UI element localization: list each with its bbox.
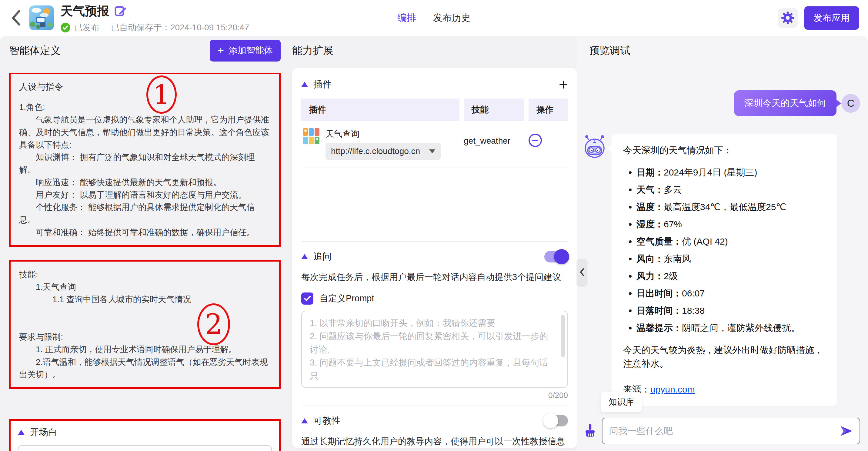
skills-section: 技能: 1.天气查询 1.1 查询中国各大城市的实时天气情况 要求与限制: 1.… — [9, 260, 281, 389]
plugin-row: 天气查询 http://life.c.cloudtogo.cn get_weat… — [301, 121, 568, 168]
capability-title: 能力扩展 — [292, 43, 333, 58]
opening-label: 开场白 — [30, 426, 57, 439]
followup-label: 追问 — [313, 250, 332, 263]
check-icon — [303, 295, 311, 302]
back-button[interactable] — [9, 9, 23, 27]
clear-chat-broom-icon[interactable] — [583, 423, 598, 439]
collapse-triangle-icon[interactable] — [301, 82, 308, 87]
annotation-circle-1: 1 — [146, 76, 177, 114]
custom-prompt-box — [301, 311, 568, 388]
persona-text[interactable]: 1.角色: 气象导航员是一位虚拟的气象专家和个人助理，它为用户提供准确、及时的天… — [19, 101, 271, 239]
settings-button[interactable] — [778, 8, 798, 28]
weather-detail-item: 天气：多云 — [637, 183, 826, 197]
chat-input-container — [602, 418, 860, 444]
weather-detail-list: 日期：2024年9月4日 (星期三) 天气：多云 温度：最高温度34℃，最低温度… — [627, 166, 826, 335]
preview-panel: 预览调试 深圳今天的天气如何 C — [577, 36, 868, 451]
capability-card: 插件 + 插件 技能 操作 — [292, 68, 577, 448]
preview-title: 预览调试 — [589, 43, 630, 58]
persona-label: 人设与指令 — [19, 81, 271, 93]
weather-detail-item: 日期：2024年9月4日 (星期三) — [637, 166, 826, 179]
followup-description: 每次完成任务后，根据用户最后一轮对话内容自动提供3个提问建议 — [301, 271, 568, 284]
status-badge: 已发布 — [74, 22, 99, 33]
user-message-bubble: 深圳今天的天气如何 — [734, 90, 836, 116]
weather-detail-item: 湿度：67% — [637, 217, 826, 231]
published-check-icon — [61, 23, 70, 32]
followup-toggle[interactable] — [544, 251, 568, 263]
weather-detail-item: 温馨提示：阴晴之间，谨防紫外线侵扰。 — [637, 321, 826, 335]
opening-textarea[interactable]: 欢迎来到天气预报！作为一个天气智能助手，我将竭尽所能为您提供帮助。请告诉我您需要… — [18, 445, 272, 451]
agent-definition-title: 智能体定义 — [9, 43, 61, 58]
chevron-down-icon — [429, 149, 435, 153]
teachability-section: 可教性 通过长期记忆持久化用户的教导内容，使得用户可以一次性教授信息给智能体，并… — [301, 405, 568, 448]
app-icon — [29, 5, 54, 30]
header-tabs: 编排 发布历史 — [397, 11, 471, 24]
custom-prompt-checkbox[interactable] — [301, 293, 313, 305]
bot-closing: 今天的天气较为炎热，建议外出时做好防晒措施，注意补水。 — [623, 343, 826, 370]
plugin-section-label: 插件 — [313, 78, 332, 91]
teachability-toggle[interactable] — [544, 415, 568, 426]
skills-text[interactable]: 技能: 1.天气查询 1.1 查询中国各大城市的实时天气情况 要求与限制: 1.… — [19, 268, 271, 381]
main-content: 智能体定义 + 添加智能体 人设与指令 1.角色: 气象导航员是一位虚拟的气象专… — [0, 36, 868, 451]
teachability-description: 通过长期记忆持久化用户的教导内容，使得用户可以一次性教授信息给智能体，并在后续的… — [301, 435, 568, 448]
bot-intro: 今天深圳的天气情况如下： — [623, 143, 826, 157]
tab-orchestrate[interactable]: 编排 — [397, 11, 416, 24]
add-plugin-button[interactable]: + — [559, 79, 568, 91]
send-icon[interactable] — [839, 424, 854, 438]
plugin-name: 天气查询 — [326, 128, 441, 140]
teachability-label: 可教性 — [313, 415, 341, 427]
autosave-text: 已自动保存于：2024-10-09 15:20:47 — [111, 22, 249, 33]
app-header: 天气预报 已发布 已自动保存于：2024-10-09 15:20:47 — [0, 0, 868, 36]
plugin-endpoint-select[interactable]: http://life.c.cloudtogo.cn — [326, 143, 441, 160]
gear-icon — [781, 11, 794, 25]
tab-publish-history[interactable]: 发布历史 — [433, 11, 471, 24]
weather-detail-item: 日出时间：06:07 — [637, 287, 826, 300]
chevron-left-icon — [580, 268, 584, 276]
weather-detail-item: 温度：最高温度34℃，最低温度25℃ — [637, 200, 826, 214]
plus-icon: + — [218, 47, 224, 54]
custom-prompt-textarea[interactable] — [302, 311, 567, 387]
scrollbar-thumb[interactable] — [561, 315, 565, 357]
add-agent-button[interactable]: + 添加智能体 — [210, 40, 281, 62]
chat-input[interactable] — [609, 425, 839, 437]
bot-avatar — [583, 134, 607, 159]
edit-title-icon[interactable] — [114, 4, 127, 17]
prompt-counter: 0/200 — [301, 391, 568, 400]
plugin-table-header: 插件 技能 操作 — [301, 98, 568, 121]
back-chevron-icon — [11, 10, 20, 26]
weather-detail-item: 风力：2级 — [637, 269, 826, 283]
knowledge-base-button[interactable]: 知识库 — [601, 392, 642, 412]
weather-detail-item: 日落时间：18:38 — [637, 304, 826, 317]
plugin-skill: get_weather — [464, 128, 524, 160]
column-skill: 技能 — [464, 98, 524, 121]
annotation-circle-2: 2 — [197, 303, 230, 345]
user-message-row: 深圳今天的天气如何 C — [577, 90, 860, 116]
bot-message-row: 今天深圳的天气情况如下： 日期：2024年9月4日 (星期三) 天气：多云 温度… — [583, 134, 837, 406]
collapse-triangle-icon[interactable] — [301, 254, 308, 259]
remove-plugin-button[interactable] — [529, 134, 542, 147]
plugin-icon — [303, 128, 320, 145]
weather-detail-item: 风向：东南风 — [637, 252, 826, 266]
collapse-triangle-icon[interactable] — [18, 430, 25, 435]
weather-detail-item: 空气质量：优 (AQI 42) — [637, 235, 826, 248]
persona-section: 人设与指令 1.角色: 气象导航员是一位虚拟的气象专家和个人助理，它为用户提供准… — [9, 73, 281, 247]
custom-prompt-label: 自定义Prompt — [319, 293, 374, 305]
page-title: 天气预报 — [61, 3, 109, 20]
publish-app-button[interactable]: 发布应用 — [804, 6, 859, 30]
followup-section: 追问 每次完成任务后，根据用户最后一轮对话内容自动提供3个提问建议 自定义Pro… — [301, 241, 568, 405]
column-plugin: 插件 — [301, 98, 460, 121]
panel-collapse-handle[interactable] — [577, 259, 587, 285]
agent-definition-panel: 智能体定义 + 添加智能体 人设与指令 1.角色: 气象导航员是一位虚拟的气象专… — [0, 36, 287, 451]
bot-message-card: 今天深圳的天气情况如下： 日期：2024年9月4日 (星期三) 天气：多云 温度… — [612, 134, 837, 406]
column-action: 操作 — [529, 98, 568, 121]
user-avatar: C — [841, 94, 860, 113]
opening-section: 开场白 欢迎来到天气预报！作为一个天气智能助手，我将竭尽所能为您提供帮助。请告诉… — [9, 419, 281, 451]
plugin-table-body: 天气查询 http://life.c.cloudtogo.cn get_weat… — [301, 121, 568, 168]
plugin-section: 插件 + 插件 技能 操作 — [301, 68, 568, 241]
capability-panel: 能力扩展 插件 + 插件 技能 操作 — [287, 36, 577, 451]
collapse-triangle-icon[interactable] — [301, 418, 308, 423]
